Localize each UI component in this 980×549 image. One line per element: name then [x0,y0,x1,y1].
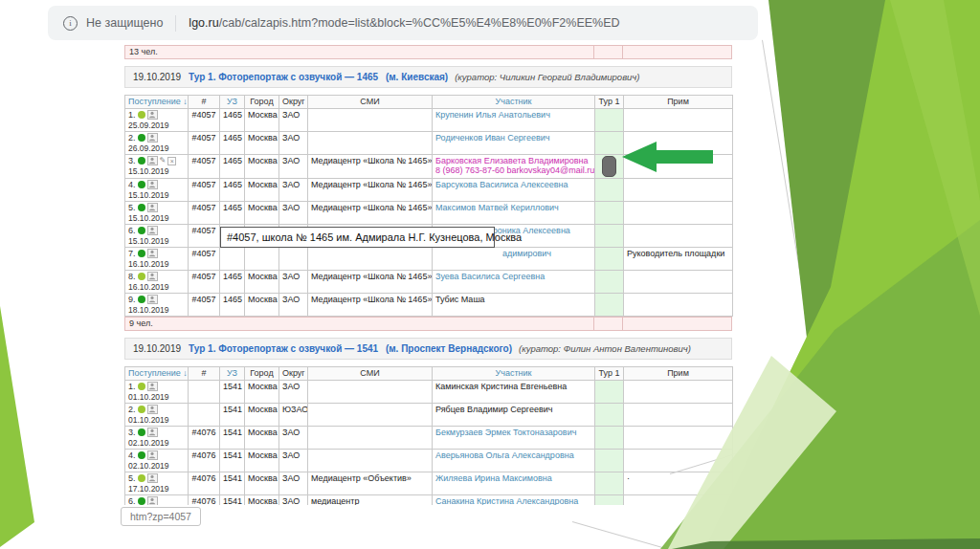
browser-screenshot: i Не защищено lgo.ru/cab/calzapis.htm?mo… [48,6,758,534]
column-header-1[interactable]: Поступление ↓ [125,367,189,381]
participant-link[interactable]: Аверьянова Ольга Александровна [435,450,574,460]
participant-link[interactable]: Крупенин Илья Анатольевич [435,110,550,120]
prev-footer-tur-cell [594,45,623,59]
column-header-3[interactable]: УЗ [220,96,245,109]
participant-phone-email: 8 (968) 763-87-60 barkovskay04@mail.ru [435,165,591,175]
person-icon[interactable] [147,382,158,391]
status-dot [138,273,145,280]
okrug-cell: ЗАО [279,132,308,155]
participant-link[interactable]: Бекмурзаев Эрмек Токтоназарович [435,428,576,437]
url-text[interactable]: lgo.ru/cab/calzapis.htm?mode=list&block=… [189,16,619,30]
entry-index: 7. [128,249,136,258]
sections-container: 19.10.2019Тур 1. Фоторепортаж с озвучкой… [48,66,758,505]
person-icon[interactable] [147,272,158,281]
person-icon[interactable] [147,295,158,304]
table-footer-count: 9 чел. [124,317,594,331]
participant-link[interactable]: Жиляева Ирина Максимовна [435,473,552,483]
column-header-7[interactable]: Участник [433,96,595,109]
tur1-cell [595,404,624,427]
person-icon[interactable] [147,473,158,483]
edit-icon[interactable]: ✎ [160,157,167,165]
entry-date: 02.10.2019 [128,438,185,448]
column-header-7[interactable]: Участник [433,367,595,381]
column-header-2: # [189,96,220,109]
status-dot [138,134,145,142]
security-label: Не защищено [86,16,163,30]
entry-line1: 9. [128,295,185,304]
uz-cell: 1541 [220,404,245,427]
request-number-cell[interactable]: #4057 [189,155,220,179]
participant-link[interactable]: Санакина Кристина Александровна [435,496,578,505]
request-number-cell[interactable]: #4057 [189,294,220,317]
entry-line1: 3.✎× [128,156,185,165]
person-icon[interactable] [147,428,158,437]
section-title-link[interactable]: Тур 1. Фоторепортаж с озвучкой — 1541 [189,343,378,354]
entry-date: 18.10.2019 [128,305,185,315]
note-cell [624,271,733,294]
tur1-cell [595,132,624,155]
okrug-cell: ЗАО [279,294,308,317]
entry-date: 01.10.2019 [128,415,185,425]
participant-link[interactable]: Родиченков Иван Сергеевич [435,133,549,143]
close-icon[interactable]: × [167,157,176,165]
request-number-cell[interactable]: #4057 [189,225,220,248]
entry-line1: 3. [128,428,185,437]
participant-link[interactable]: Максимов Матвей Кериллович [435,203,559,212]
request-number-cell[interactable]: #4076 [189,472,220,495]
participant-cell: Тубис Маша [433,294,595,317]
person-icon[interactable] [147,496,158,505]
column-header-label: Округ [282,97,305,106]
entry-index: 2. [128,133,136,143]
entry-date: 16.10.2019 [128,282,185,292]
request-number-cell[interactable]: #4076 [189,427,220,450]
participant-link[interactable]: Барковская Елизавета Владимировна [435,156,589,165]
participant-link[interactable]: адимирович [435,249,551,258]
request-number-cell[interactable]: #4057 [189,248,220,271]
request-number-cell[interactable]: #4076 [189,450,220,472]
entry-date: 17.10.2019 [128,484,185,494]
request-number-cell[interactable]: #4057 [189,109,220,132]
uz-cell [220,248,245,271]
person-icon[interactable] [147,249,158,258]
request-number-cell[interactable]: #4057 [189,202,220,225]
entry-index: 9. [128,295,136,304]
person-icon[interactable] [147,203,158,212]
section-station-link[interactable]: (м. Киевская) [383,72,448,82]
person-icon[interactable] [147,133,158,143]
entry-cell: 3.✎×15.10.2019 [125,155,189,179]
section-title-link[interactable]: Тур 1. Фоторепортаж с озвучкой — 1465 [189,72,378,82]
participant-link[interactable]: Барсукова Василиса Алексеевна [435,180,568,189]
person-icon[interactable] [147,156,158,165]
request-number-cell[interactable]: #4057 [189,132,220,155]
column-header-1[interactable]: Поступление ↓ [125,96,189,109]
entry-index: 1. [128,110,136,120]
address-bar[interactable]: i Не защищено lgo.ru/cab/calzapis.htm?mo… [48,6,758,40]
request-number-cell[interactable]: #4076 [189,495,220,506]
column-header-label: Тур 1 [599,97,620,106]
column-header-3[interactable]: УЗ [220,367,245,381]
participant-cell: Максимов Матвей Кериллович [433,202,595,225]
person-icon[interactable] [147,226,158,235]
participant-link[interactable]: Зуева Василиса Сергеевна [435,272,545,281]
column-header-label: СМИ [360,97,379,106]
info-icon[interactable]: i [63,16,78,31]
tur1-toggle-button[interactable] [602,156,616,177]
entry-index: 5. [128,203,136,212]
person-icon[interactable] [147,110,158,120]
section-curator: (куратор: Филин Антон Валентинович) [519,343,691,354]
status-dot [138,383,145,390]
participant-name: Рябцев Владимир Сергеевич [435,405,552,414]
column-header-label: УЗ [227,368,237,378]
note-cell [624,225,733,248]
prev-footer-note-cell [623,45,732,59]
column-header-label: Участник [496,368,532,378]
person-icon[interactable] [147,450,158,460]
column-header-5: Округ [279,367,308,381]
person-icon[interactable] [147,405,158,414]
request-number-cell [189,381,220,404]
person-icon[interactable] [147,180,158,189]
section-station-link[interactable]: (м. Проспект Вернадского) [383,343,512,354]
tur1-cell[interactable] [595,155,624,179]
request-number-cell[interactable]: #4057 [189,179,220,202]
request-number-cell[interactable]: #4057 [189,271,220,294]
